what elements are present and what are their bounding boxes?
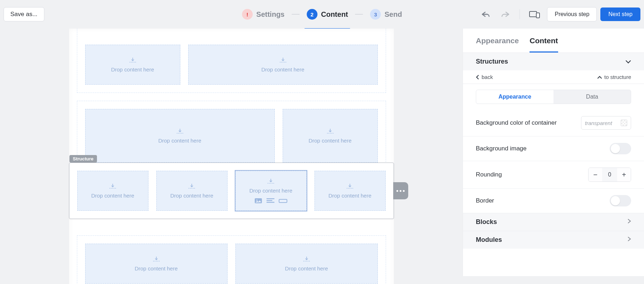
section-label: Blocks [476, 218, 497, 226]
drop-icon [303, 256, 311, 263]
background-color-input[interactable]: transparent [581, 116, 631, 130]
rounding-stepper: − + [588, 168, 631, 182]
segmented-data[interactable]: Data [553, 90, 631, 104]
section-modules[interactable]: Modules [463, 231, 644, 249]
structure-tag: Structure [69, 155, 97, 163]
prop-rounding: Rounding − + [463, 161, 644, 188]
chevron-left-icon [476, 75, 479, 80]
drop-zone[interactable]: Drop content here [77, 171, 148, 211]
step-label: Content [321, 10, 348, 19]
segmented-appearance-data: Appearance Data [476, 90, 631, 104]
step-number: 3 [370, 9, 381, 20]
step-separator [355, 14, 363, 15]
structure-actions-button[interactable] [393, 182, 408, 199]
prop-background-image: Background image [463, 136, 644, 161]
warning-icon: ! [242, 9, 253, 20]
tab-appearance[interactable]: Appearance [476, 29, 519, 53]
svg-rect-1 [536, 13, 540, 18]
device-icon [529, 10, 540, 18]
step-label: Settings [256, 10, 284, 19]
layout-row[interactable]: Drop content here Drop content here [77, 235, 386, 284]
chevron-right-icon [628, 218, 631, 226]
layout-row[interactable]: Drop content here Drop content here [77, 101, 386, 171]
save-as-button[interactable]: Save as... [4, 7, 44, 21]
drop-zone-selected[interactable]: Drop content here [235, 171, 307, 211]
drop-zone[interactable]: Drop content here [156, 171, 228, 211]
drop-icon [326, 128, 334, 135]
drop-label: Drop content here [328, 193, 371, 199]
rounding-increment[interactable]: + [617, 168, 631, 181]
drop-zone[interactable]: Drop content here [283, 109, 378, 163]
svg-rect-0 [530, 11, 537, 17]
segmented-appearance[interactable]: Appearance [476, 90, 553, 104]
step-number: 2 [307, 9, 317, 20]
section-label: Structures [476, 58, 508, 65]
drop-icon [152, 256, 160, 263]
selected-structure[interactable]: Structure Drop content here Drop content… [69, 163, 394, 219]
drop-label: Drop content here [111, 66, 154, 73]
prop-label: Background image [476, 145, 527, 152]
drop-label: Drop content here [91, 193, 134, 199]
divider [519, 9, 520, 19]
drop-icon [346, 183, 354, 190]
drop-zone[interactable]: Drop content here [85, 109, 275, 163]
properties-panel: Appearance Content Structures back to st… [463, 29, 644, 276]
svg-rect-5 [267, 200, 272, 201]
drop-label: Drop content here [135, 265, 177, 271]
button-block-icon[interactable] [279, 198, 287, 204]
chevron-down-icon [625, 58, 631, 65]
border-toggle[interactable] [610, 195, 631, 206]
prop-background-color: Background color of container transparen… [463, 110, 644, 136]
step-settings[interactable]: ! Settings [240, 0, 287, 29]
drop-label: Drop content here [249, 188, 292, 194]
device-preview-button[interactable] [526, 8, 543, 20]
undo-button[interactable] [477, 9, 494, 20]
tab-content[interactable]: Content [530, 29, 558, 53]
drop-label: Drop content here [170, 193, 213, 199]
section-structures[interactable]: Structures [463, 53, 644, 70]
redo-button[interactable] [497, 9, 514, 20]
layout-row[interactable]: Drop content here Drop content here [77, 29, 386, 93]
drop-icon [129, 57, 137, 64]
breadcrumb-back[interactable]: back [476, 74, 493, 80]
drop-zone[interactable]: Drop content here [85, 244, 228, 284]
prop-label: Background color of container [476, 119, 557, 126]
drop-icon [188, 183, 196, 190]
rounding-value[interactable] [602, 168, 617, 181]
step-separator [292, 14, 299, 15]
prop-label: Rounding [476, 171, 502, 178]
drop-icon [279, 57, 287, 64]
drop-label: Drop content here [308, 138, 351, 144]
step-content[interactable]: 2 Content [304, 1, 350, 29]
step-indicator: ! Settings 2 Content 3 Send [240, 0, 404, 29]
previous-step-button[interactable]: Previous step [547, 7, 597, 21]
drop-icon [109, 183, 117, 190]
drop-label: Drop content here [261, 66, 304, 73]
svg-rect-7 [279, 199, 287, 203]
text-block-icon[interactable] [267, 198, 274, 204]
color-swatch-icon [621, 120, 627, 126]
drop-zone[interactable]: Drop content here [188, 45, 378, 85]
step-send[interactable]: 3 Send [368, 0, 404, 29]
rounding-decrement[interactable]: − [589, 168, 602, 181]
drop-icon [267, 178, 275, 185]
top-toolbar: Save as... ! Settings 2 Content 3 Send P… [0, 0, 644, 29]
section-label: Modules [476, 236, 502, 244]
section-blocks[interactable]: Blocks [463, 213, 644, 231]
svg-point-3 [256, 199, 257, 200]
drop-zone[interactable]: Drop content here [235, 244, 378, 284]
prop-label: Border [476, 197, 494, 204]
drop-zone[interactable]: Drop content here [314, 171, 386, 211]
chevron-up-icon [597, 75, 602, 79]
drop-zone[interactable]: Drop content here [85, 45, 180, 85]
editor-canvas[interactable]: Drop content here Drop content here Drop… [69, 29, 394, 284]
next-step-button[interactable]: Next step [600, 8, 640, 21]
drop-label: Drop content here [158, 138, 201, 144]
undo-icon [481, 11, 490, 18]
redo-icon [501, 11, 510, 18]
editor-canvas-area: Drop content here Drop content here Drop… [0, 29, 463, 276]
breadcrumb-to-structure[interactable]: to structure [597, 74, 631, 80]
svg-rect-6 [267, 202, 274, 203]
image-block-icon[interactable] [254, 198, 262, 204]
background-image-toggle[interactable] [610, 143, 631, 154]
